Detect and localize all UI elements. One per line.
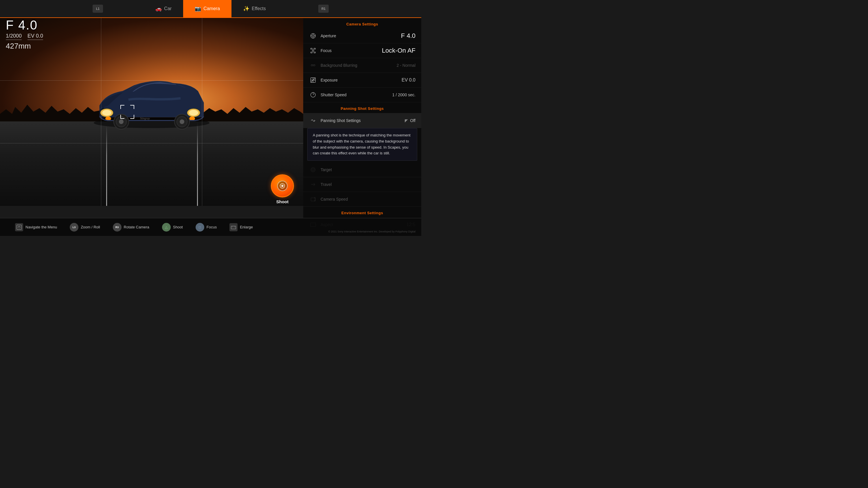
focal-length-display: 427mm [6, 42, 43, 51]
focus-icon [309, 46, 317, 55]
shutter-icon [309, 91, 317, 99]
car-subject: Stingray [76, 65, 227, 134]
bottom-bar: Navigate the Menu L3 Zoom / Roll R3 Rota… [0, 218, 421, 236]
svg-point-30 [312, 169, 314, 171]
shutter-speed-display: 1/2000 [6, 33, 22, 40]
travel-icon [309, 181, 317, 189]
background-blurring-setting[interactable]: Background Blurring 2 - Normal [303, 58, 421, 73]
camera-speed-label: Camera Speed [320, 197, 415, 201]
target-setting[interactable]: Target [303, 162, 421, 177]
camera-speed-setting[interactable]: Camera Speed [303, 192, 421, 207]
exposure-value: EV 0.0 [402, 77, 415, 83]
nav-item-effects[interactable]: ✨ Effects [231, 0, 277, 18]
focus-crosshair [120, 105, 134, 119]
shoot-button[interactable] [271, 174, 294, 197]
zoom-label: Zoom / Roll [81, 225, 100, 229]
svg-point-14 [180, 120, 184, 124]
aperture-value: F 4.0 [401, 32, 415, 40]
panning-value: Off [410, 118, 415, 123]
rotate-action[interactable]: R3 Rotate Camera [106, 223, 156, 232]
shutter-label: Shutter Speed [320, 93, 392, 97]
svg-rect-37 [17, 225, 22, 230]
crosshair-tr [130, 105, 134, 109]
svg-point-8 [189, 117, 195, 121]
panning-shot-setting[interactable]: Panning Shot Settings ◤ Off [303, 113, 421, 128]
svg-point-19 [312, 35, 314, 37]
svg-rect-23 [314, 52, 316, 53]
camera-settings-header: Camera Settings [303, 18, 421, 29]
navigate-action[interactable]: Navigate the Menu [9, 223, 63, 231]
enlarge-action[interactable]: Enlarge [223, 223, 259, 231]
sony-credit: © 2021 Sony Interactive Entertainment In… [329, 230, 415, 233]
aperture-setting[interactable]: Aperture F 4.0 [303, 29, 421, 43]
top-navigation: L1 🚗 Car 📷 Camera ✨ Effects R1 [0, 0, 421, 18]
nav-item-car[interactable]: 🚗 Car [144, 0, 183, 18]
shoot-action[interactable]: △ Shoot [156, 223, 189, 232]
svg-rect-22 [311, 52, 312, 53]
svg-point-17 [281, 185, 283, 187]
panning-settings-header: Panning Shot Settings [303, 102, 421, 113]
navigate-label: Navigate the Menu [26, 225, 57, 229]
svg-point-24 [312, 50, 314, 52]
r1-button[interactable]: R1 [318, 5, 329, 13]
camera-icon: 📷 [195, 5, 201, 12]
travel-setting[interactable]: Travel [303, 177, 421, 192]
l1-button[interactable]: L1 [93, 5, 103, 13]
shoot-button-icon [277, 181, 288, 191]
navigate-icon [15, 223, 23, 231]
crosshair-bl [120, 115, 124, 119]
right-panel: Camera Settings Aperture F 4.0 Focus Loc… [303, 18, 421, 236]
target-label: Target [320, 167, 415, 172]
nav-label-car: Car [164, 6, 172, 11]
shoot-button-label: Shoot [276, 199, 289, 204]
nav-label-camera: Camera [204, 6, 220, 11]
nav-label-effects: Effects [252, 6, 266, 11]
aperture-label: Aperture [320, 34, 401, 38]
enlarge-icon [229, 223, 238, 231]
rotate-icon: R3 [113, 223, 122, 232]
triangle-icon: △ [162, 223, 171, 232]
road-line-left [106, 125, 107, 206]
zoom-icon: L3 [70, 223, 79, 232]
shoot-button-container: Shoot [265, 18, 300, 210]
tooltip-text: A panning shot is the technique of match… [313, 132, 412, 156]
blur-value: 2 - Normal [397, 63, 415, 68]
target-icon [309, 166, 317, 174]
blur-icon [309, 61, 317, 69]
shoot-label: Shoot [173, 225, 183, 229]
camera-viewport: Stingray [0, 18, 303, 206]
travel-label: Travel [320, 182, 415, 187]
exposure-setting[interactable]: Exposure EV 0.0 [303, 73, 421, 88]
nav-item-camera[interactable]: 📷 Camera [183, 0, 231, 18]
cursor-indicator: ◤ [405, 118, 408, 123]
ev-display: EV 0.0 [28, 33, 43, 40]
square-icon: □ [195, 223, 204, 232]
focus-value: Lock-On AF [382, 47, 415, 54]
shutter-ev-row: 1/2000 EV 0.0 [6, 33, 43, 40]
effects-icon: ✨ [243, 5, 249, 12]
environment-settings-header: Environment Settings [303, 207, 421, 218]
camera-speed-icon [309, 195, 317, 203]
blur-label: Background Blurring [320, 63, 397, 68]
svg-text:Stingray: Stingray [140, 117, 150, 120]
focus-label: Focus [207, 225, 217, 229]
svg-point-6 [189, 110, 198, 116]
svg-point-11 [119, 120, 124, 124]
panning-tooltip: A panning shot is the technique of match… [307, 128, 417, 161]
svg-rect-38 [231, 226, 236, 229]
rotate-label: Rotate Camera [124, 225, 149, 229]
aperture-icon [309, 32, 317, 40]
focus-label: Focus [320, 48, 382, 53]
exposure-label: Exposure [320, 78, 402, 83]
camera-info-overlay: F 4.0 1/2000 EV 0.0 427mm [6, 18, 43, 51]
aperture-display: F 4.0 [6, 18, 43, 32]
shutter-speed-setting[interactable]: Shutter Speed 1 / 2000 sec. [303, 88, 421, 102]
svg-point-4 [102, 110, 112, 116]
focus-setting[interactable]: Focus Lock-On AF [303, 43, 421, 58]
crosshair-br [130, 115, 134, 119]
zoom-action[interactable]: L3 Zoom / Roll [63, 223, 106, 232]
svg-rect-20 [311, 48, 312, 50]
panning-icon [309, 117, 317, 125]
focus-action[interactable]: □ Focus [189, 223, 223, 232]
svg-point-29 [311, 168, 315, 172]
